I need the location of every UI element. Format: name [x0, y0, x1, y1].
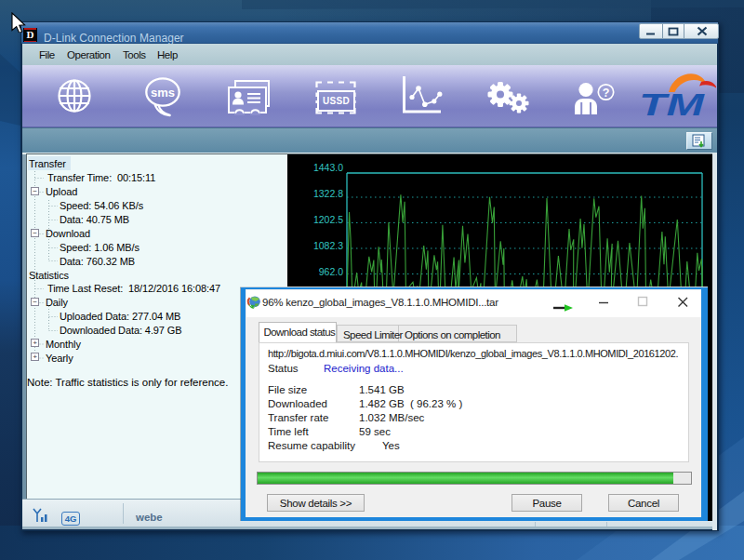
svg-text:962.0: 962.0: [319, 266, 343, 277]
svg-text:1322.8: 1322.8: [313, 188, 343, 199]
svg-text:?: ?: [603, 87, 610, 100]
svg-text:1443.0: 1443.0: [313, 162, 343, 173]
svg-text:1082.3: 1082.3: [313, 240, 343, 251]
svg-text:USSD: USSD: [323, 96, 350, 106]
svg-text:1202.5: 1202.5: [313, 214, 343, 225]
svg-text:sms: sms: [151, 86, 175, 100]
